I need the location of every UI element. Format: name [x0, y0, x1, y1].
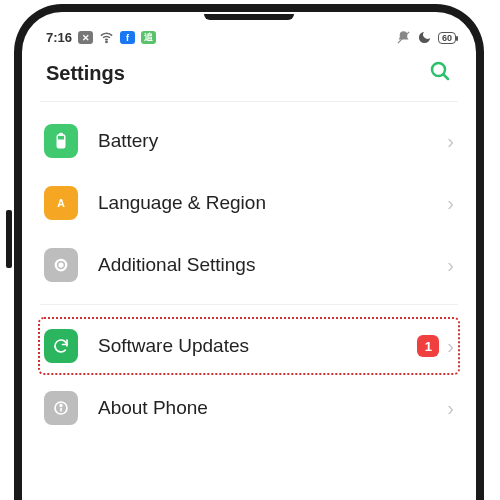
svg-point-11 [60, 405, 62, 407]
about-phone-icon [44, 391, 78, 425]
additional-settings-icon [44, 248, 78, 282]
language-icon: A [44, 186, 78, 220]
phone-frame: 7:16 ✕ f 追 60 Settings [14, 4, 484, 500]
chevron-right-icon: › [447, 397, 454, 420]
chevron-right-icon: › [447, 192, 454, 215]
close-notif-icon: ✕ [78, 31, 93, 44]
svg-point-0 [106, 41, 107, 42]
chevron-right-icon: › [447, 130, 454, 153]
settings-list: Battery › A Language & Region › Addition… [22, 102, 476, 439]
item-label: About Phone [98, 397, 447, 419]
settings-item-about-phone[interactable]: About Phone › [22, 377, 476, 439]
app-notif-icon: 追 [141, 31, 156, 44]
item-label: Language & Region [98, 192, 447, 214]
settings-item-software-updates[interactable]: Software Updates 1 › [22, 315, 476, 377]
update-badge: 1 [417, 335, 439, 357]
page-title: Settings [46, 62, 125, 85]
chevron-right-icon: › [447, 335, 454, 358]
item-label: Battery [98, 130, 447, 152]
svg-line-3 [444, 75, 449, 80]
settings-item-language[interactable]: A Language & Region › [22, 172, 476, 234]
svg-point-9 [60, 264, 63, 267]
header: Settings [22, 49, 476, 101]
software-update-icon [44, 329, 78, 363]
phone-side-button [6, 210, 12, 268]
wifi-icon [99, 30, 114, 45]
settings-item-additional[interactable]: Additional Settings › [22, 234, 476, 296]
svg-rect-5 [60, 134, 63, 136]
battery-indicator: 60 [438, 32, 456, 44]
mute-icon [396, 30, 411, 45]
svg-text:A: A [57, 197, 65, 209]
svg-rect-6 [59, 140, 64, 146]
status-time: 7:16 [46, 30, 72, 45]
dnd-moon-icon [417, 30, 432, 45]
item-label: Additional Settings [98, 254, 447, 276]
settings-item-battery[interactable]: Battery › [22, 110, 476, 172]
facebook-icon: f [120, 31, 135, 44]
item-label: Software Updates [98, 335, 417, 357]
chevron-right-icon: › [447, 254, 454, 277]
battery-icon [44, 124, 78, 158]
search-button[interactable] [428, 59, 452, 87]
section-divider [40, 304, 458, 305]
status-bar: 7:16 ✕ f 追 60 [22, 12, 476, 49]
